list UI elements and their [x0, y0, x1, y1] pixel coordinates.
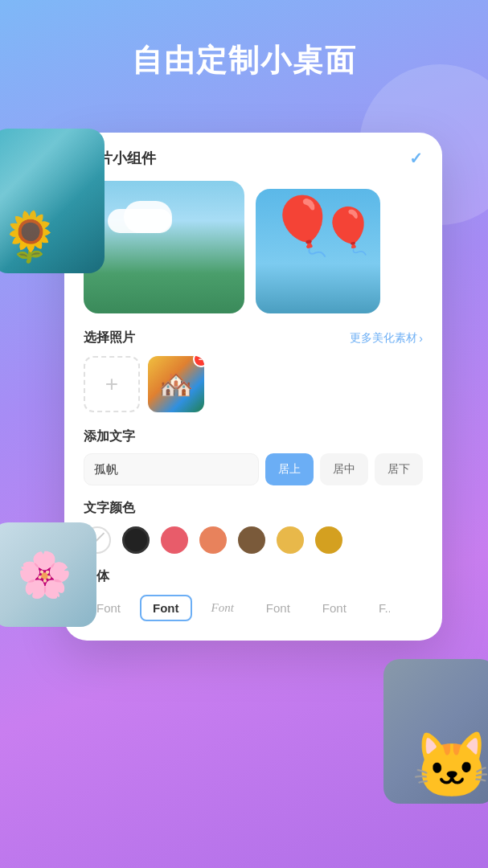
- cat-bg: [383, 659, 488, 804]
- title-section: 自由定制小桌面: [0, 0, 488, 97]
- sunflower-bg: [0, 129, 105, 273]
- font-option-5[interactable]: Font: [310, 595, 359, 621]
- corner-flowers-image: [0, 522, 96, 627]
- color-brown-swatch[interactable]: [238, 526, 265, 554]
- page-title: 自由定制小桌面: [0, 40, 488, 81]
- plus-icon: +: [105, 371, 118, 397]
- select-photos-label: 选择照片: [84, 330, 135, 346]
- color-black-swatch[interactable]: [122, 526, 150, 554]
- font-label: 字体: [84, 568, 423, 585]
- photo-selector: + −: [84, 356, 423, 412]
- color-yellow-swatch[interactable]: [277, 526, 304, 554]
- more-materials-text: 更多美化素材: [350, 331, 417, 346]
- position-center-button[interactable]: 居中: [320, 453, 368, 485]
- more-materials-link[interactable]: 更多美化素材 ›: [350, 331, 423, 346]
- flower-bg: [0, 522, 96, 627]
- color-gold-swatch[interactable]: [315, 526, 342, 554]
- position-bottom-button[interactable]: 居下: [375, 453, 423, 485]
- check-icon: ✓: [409, 149, 423, 168]
- corner-sunflower-image: [0, 129, 105, 273]
- color-swatches: [84, 526, 423, 554]
- position-top-button[interactable]: 居上: [265, 453, 314, 485]
- photo-thumbnail[interactable]: −: [148, 356, 204, 412]
- text-input[interactable]: [84, 453, 259, 485]
- color-red-swatch[interactable]: [161, 526, 188, 554]
- font-option-2[interactable]: Font: [140, 595, 191, 621]
- font-option-4[interactable]: Font: [253, 595, 303, 621]
- chevron-right-icon: ›: [419, 332, 423, 345]
- add-photo-button[interactable]: +: [84, 356, 140, 412]
- font-option-3[interactable]: Font: [199, 595, 247, 621]
- sky-image: [84, 181, 244, 313]
- card-header: 图片小组件 ✓: [84, 149, 423, 168]
- widget-small-preview[interactable]: [256, 189, 380, 313]
- balloon-image: [256, 189, 380, 313]
- widget-preview: [84, 181, 423, 313]
- main-card: 图片小组件 ✓ 选择照片 更多美化素材 › + − 添加文字 居上 居中: [64, 133, 442, 641]
- font-option-6[interactable]: F...: [366, 595, 392, 621]
- add-text-label: 添加文字: [84, 428, 423, 445]
- color-label: 文字颜色: [84, 500, 423, 517]
- font-options: Font Font Font Font Font F...: [84, 595, 423, 621]
- text-controls: 居上 居中 居下: [84, 453, 423, 485]
- color-orange-swatch[interactable]: [199, 526, 227, 554]
- select-photos-header: 选择照片 更多美化素材 ›: [84, 330, 423, 346]
- widget-large-preview[interactable]: [84, 181, 244, 313]
- corner-cat-image: [383, 659, 488, 804]
